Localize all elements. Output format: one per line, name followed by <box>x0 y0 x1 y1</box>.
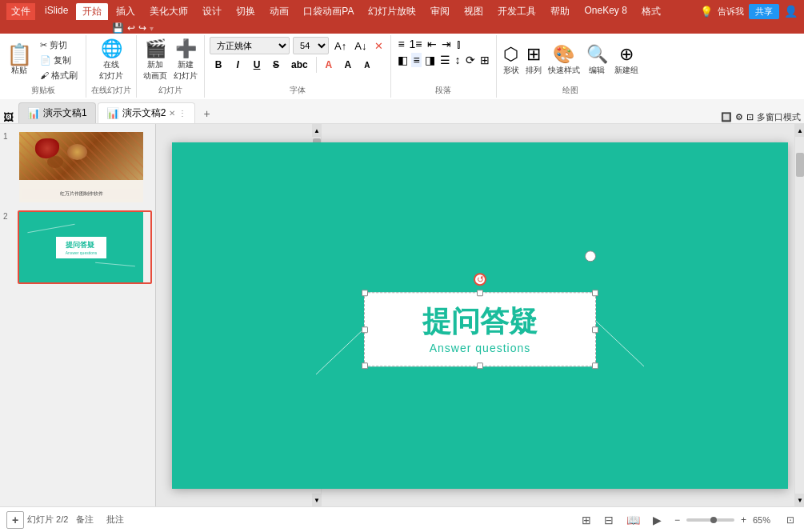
new-group-button[interactable]: ⊕ 新建组 <box>613 42 640 78</box>
link-handle[interactable] <box>585 250 596 262</box>
italic-button[interactable]: I <box>229 56 246 74</box>
scroll-down-btn2[interactable]: ▼ <box>795 494 804 506</box>
tab2-close-btn[interactable]: ✕ <box>169 109 175 118</box>
scroll-up-btn[interactable]: ▲ <box>312 124 322 137</box>
save-qa-btn[interactable]: 💾 <box>112 22 124 34</box>
slide-image-1[interactable]: 红万片作图制作软件 <box>18 130 152 204</box>
reading-view-btn[interactable]: 📖 <box>623 512 643 528</box>
menu-help[interactable]: 帮助 <box>544 3 576 20</box>
zoom-slider[interactable] <box>686 518 734 522</box>
highlight-color-button[interactable]: A <box>339 56 357 74</box>
tab2-more-btn[interactable]: ⋮ <box>178 109 186 118</box>
text-box-container[interactable]: ↺ 提问答疑 Answe <box>364 273 596 366</box>
menu-animate[interactable]: 动画 <box>263 3 295 20</box>
line-spacing-btn[interactable]: ↕ <box>454 53 462 67</box>
menu-dev[interactable]: 开发工具 <box>491 3 542 20</box>
bullets-btn[interactable]: ≡ <box>396 37 406 51</box>
menu-format[interactable]: 格式 <box>635 3 667 20</box>
zoom-in-btn[interactable]: + <box>738 514 750 526</box>
alert-text[interactable]: 告诉我 <box>718 6 744 18</box>
menu-iSlide[interactable]: iSlide <box>38 3 74 20</box>
slide-image-2[interactable]: 提问答疑 Answer questions <box>18 210 152 284</box>
clear-format-btn[interactable]: ✕ <box>372 39 386 53</box>
text-selection-box[interactable]: 提问答疑 Answer questions <box>364 292 596 366</box>
handle-tr[interactable] <box>592 290 598 296</box>
indent-dec-btn[interactable]: ⇤ <box>426 37 438 51</box>
menu-slideshow[interactable]: 幻灯片放映 <box>362 3 422 20</box>
smart-art-btn[interactable]: ⊞ <box>478 53 491 67</box>
paste-button[interactable]: 📋 粘贴 <box>5 42 34 78</box>
menu-onekey[interactable]: OneKey 8 <box>578 3 633 20</box>
handle-tc[interactable] <box>477 290 483 296</box>
slide-thumb-2[interactable]: 2 提问答疑 Answer questions <box>3 210 152 284</box>
file-menu[interactable]: 文件 <box>6 3 35 20</box>
menu-beautify[interactable]: 美化大师 <box>143 3 194 20</box>
tab-file1[interactable]: 📊 演示文稿1 <box>18 102 96 123</box>
user-icon[interactable]: 👤 <box>784 5 798 18</box>
window-restore-btn[interactable]: ⊡ <box>746 112 754 122</box>
cut-button[interactable]: ✂ 剪切 <box>37 38 81 52</box>
handle-mr[interactable] <box>592 326 598 333</box>
align-center-btn[interactable]: ≡ <box>411 53 421 67</box>
zoom-out-btn[interactable]: − <box>671 514 683 526</box>
normal-view-btn[interactable]: ⊞ <box>578 512 594 528</box>
scroll-thumb-v2[interactable] <box>796 153 804 177</box>
underline-button[interactable]: U <box>248 56 266 74</box>
decrease-font-btn[interactable]: A↓ <box>352 39 369 53</box>
menu-design[interactable]: 设计 <box>196 3 228 20</box>
justify-btn[interactable]: ☰ <box>438 53 452 67</box>
online-slides-button[interactable]: 🌐 在线幻灯片 <box>99 37 123 83</box>
shape-button[interactable]: ⬡ 形状 <box>502 42 521 78</box>
notes-btn[interactable]: 备注 <box>71 512 98 527</box>
undo-qa-btn[interactable]: ↩ <box>127 22 135 34</box>
font-size-btn2[interactable]: A <box>358 56 376 74</box>
indent-inc-btn[interactable]: ⇥ <box>440 37 453 51</box>
settings-icon[interactable]: ⚙ <box>735 112 743 122</box>
new-animation-button[interactable]: 🎬 新加动画页 <box>142 37 169 83</box>
copy-button[interactable]: 📄 复制 <box>37 54 81 67</box>
font-family-select[interactable]: 方正姚体 <box>210 37 290 54</box>
numbering-btn[interactable]: 1≡ <box>408 37 424 51</box>
align-left-btn[interactable]: ◧ <box>396 53 410 67</box>
sorter-view-btn[interactable]: ⊟ <box>601 512 617 528</box>
handle-bl[interactable] <box>362 362 368 369</box>
columns-btn[interactable]: ⫿ <box>454 37 463 51</box>
new-slide-button[interactable]: ➕ 新建幻灯片 <box>172 37 199 83</box>
handle-tl[interactable] <box>362 290 368 296</box>
bold-button[interactable]: B <box>210 56 227 74</box>
edit-button[interactable]: 🔍 编辑 <box>585 42 610 78</box>
bottom-right: ⊞ ⊟ 📖 ▶ − + 65% ⊡ <box>578 512 798 528</box>
tab-file2[interactable]: 📊 演示文稿2 ✕ ⋮ <box>98 102 196 123</box>
format-painter-button[interactable]: 🖌 格式刷 <box>37 69 81 82</box>
handle-bc[interactable] <box>477 362 483 369</box>
text-direction-btn[interactable]: ⟳ <box>464 53 477 67</box>
restore-btn[interactable]: 🔲 <box>721 112 732 122</box>
redo-qa-btn[interactable]: ↪ <box>138 22 146 34</box>
menu-pocket[interactable]: 口袋动画PA <box>297 3 360 20</box>
handle-ml[interactable] <box>362 326 368 333</box>
menu-insert[interactable]: 插入 <box>110 3 142 20</box>
scroll-up-btn2[interactable]: ▲ <box>795 124 804 137</box>
menu-switch[interactable]: 切换 <box>230 3 262 20</box>
arrange-button[interactable]: ⊞ 排列 <box>524 42 543 78</box>
present-btn[interactable]: ▶ <box>650 512 665 528</box>
slide-thumb-1[interactable]: 1 红万片作图制作软件 <box>3 130 152 204</box>
align-right-btn[interactable]: ◨ <box>423 53 437 67</box>
font-size-select[interactable]: 54 <box>293 37 329 54</box>
scroll-down-btn[interactable]: ▼ <box>312 494 322 506</box>
menu-review[interactable]: 审阅 <box>424 3 456 20</box>
strikethrough-button[interactable]: S <box>267 56 285 74</box>
text-shadow-button[interactable]: abc <box>286 56 313 74</box>
quick-style-button[interactable]: 🎨 快速样式 <box>546 42 582 78</box>
add-tab-button[interactable]: + <box>197 104 216 123</box>
menu-view[interactable]: 视图 <box>458 3 490 20</box>
rotation-handle[interactable]: ↺ <box>474 273 486 286</box>
font-color-button[interactable]: A <box>320 56 338 74</box>
comments-btn[interactable]: 批注 <box>102 512 129 527</box>
menu-start[interactable]: 开始 <box>76 3 108 20</box>
handle-br[interactable] <box>592 362 598 369</box>
fit-to-window-btn[interactable]: ⊡ <box>783 514 798 526</box>
add-slide-button[interactable]: + <box>6 511 24 529</box>
increase-font-btn[interactable]: A↑ <box>332 39 349 53</box>
share-button[interactable]: 共享 <box>749 4 779 19</box>
